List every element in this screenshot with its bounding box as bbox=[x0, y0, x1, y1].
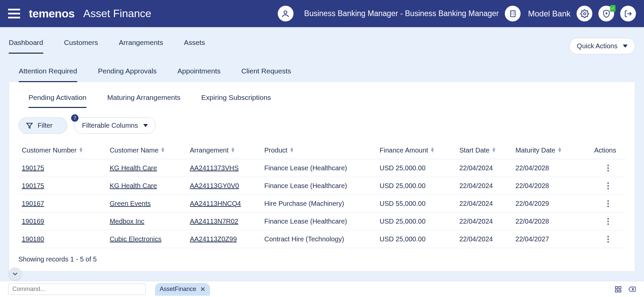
row-actions-icon[interactable]: ⋮ bbox=[604, 217, 612, 226]
customer-number-link[interactable]: 190175 bbox=[22, 164, 44, 172]
cell-arrangement: AA24113GY0V0 bbox=[186, 177, 261, 195]
customer-name-link[interactable]: Medbox Inc bbox=[110, 218, 144, 225]
chevron-down-icon bbox=[623, 45, 628, 48]
cell-customer-number: 190167 bbox=[18, 195, 106, 213]
panel-tabs: Pending ActivationMaturing ArrangementsE… bbox=[18, 94, 626, 108]
hamburger-menu-icon[interactable] bbox=[8, 9, 20, 19]
nav-tab-arrangements[interactable]: Arrangements bbox=[119, 39, 163, 54]
sort-icon[interactable]: ▲▼ bbox=[430, 147, 435, 153]
footer-tab-label: AssetFinance bbox=[160, 286, 196, 293]
arrangement-link[interactable]: AA24113HNCQ4 bbox=[190, 200, 241, 207]
sub-tab-attention-required[interactable]: Attention Required bbox=[19, 67, 77, 82]
cell-start-date: 22/04/2024 bbox=[456, 195, 512, 213]
cell-product: Finance Lease (Healthcare) bbox=[261, 213, 376, 230]
panel-tab-maturing-arrangements[interactable]: Maturing Arrangements bbox=[107, 94, 180, 108]
sort-icon[interactable]: ▲▼ bbox=[557, 147, 562, 153]
cell-arrangement: AA2411373VHS bbox=[186, 159, 261, 177]
row-actions-icon[interactable]: ⋮ bbox=[604, 234, 612, 243]
arrangement-link[interactable]: AA24113Z0Z99 bbox=[190, 235, 237, 243]
customer-name-link[interactable]: Green Events bbox=[110, 200, 151, 207]
filter-button[interactable]: Filter bbox=[18, 117, 67, 134]
nav-tab-dashboard[interactable]: Dashboard bbox=[9, 39, 43, 54]
actions-cell: ⋮ bbox=[581, 213, 626, 230]
arrangement-link[interactable]: AA2411373VHS bbox=[190, 164, 239, 172]
cell-start-date: 22/04/2024 bbox=[456, 213, 512, 230]
row-actions-icon[interactable]: ⋮ bbox=[604, 199, 612, 208]
table-row: 190175KG Health CareAA24113GY0V0Finance … bbox=[18, 177, 626, 195]
svg-rect-19 bbox=[619, 290, 621, 292]
customer-number-link[interactable]: 190175 bbox=[22, 182, 44, 189]
footer-tab-assetfinance[interactable]: AssetFinance ✕ bbox=[155, 283, 210, 296]
svg-rect-18 bbox=[615, 290, 618, 292]
app-title: Asset Finance bbox=[83, 7, 151, 20]
sort-icon[interactable]: ▲▼ bbox=[231, 147, 235, 153]
primary-nav: DashboardCustomersArrangementsAssets Qui… bbox=[9, 27, 635, 54]
nav-tab-customers[interactable]: Customers bbox=[64, 39, 98, 54]
cell-finance-amount: USD 25,000.00 bbox=[376, 159, 456, 177]
column-header[interactable]: Maturity Date▲▼ bbox=[512, 142, 581, 159]
column-header[interactable]: Actions bbox=[581, 142, 626, 159]
cell-maturity-date: 22/04/2028 bbox=[512, 159, 581, 177]
column-header[interactable]: Arrangement▲▼ bbox=[186, 142, 261, 159]
filter-count-badge: 7 bbox=[71, 114, 78, 122]
shield-icon[interactable] bbox=[598, 6, 614, 21]
cell-customer-name: Medbox Inc bbox=[106, 213, 186, 230]
sub-tab-client-requests[interactable]: Client Requests bbox=[241, 67, 291, 82]
sub-tab-appointments[interactable]: Appointments bbox=[177, 67, 220, 82]
close-icon[interactable]: ✕ bbox=[200, 286, 205, 293]
cell-start-date: 22/04/2024 bbox=[456, 230, 512, 248]
customer-number-link[interactable]: 190180 bbox=[22, 235, 44, 243]
customer-name-link[interactable]: KG Health Care bbox=[110, 164, 157, 172]
user-icon[interactable] bbox=[278, 6, 293, 21]
cell-customer-name: KG Health Care bbox=[106, 177, 186, 195]
column-header[interactable]: Customer Number▲▼ bbox=[18, 142, 106, 159]
cell-start-date: 22/04/2024 bbox=[456, 159, 512, 177]
cell-finance-amount: USD 25,000.00 bbox=[376, 177, 456, 195]
clear-icon[interactable] bbox=[628, 286, 636, 293]
column-header[interactable]: Product▲▼ bbox=[261, 142, 376, 159]
cell-product: Finance Lease (Healthcare) bbox=[261, 177, 376, 195]
sort-icon[interactable]: ▲▼ bbox=[161, 147, 165, 153]
sort-icon[interactable]: ▲▼ bbox=[78, 147, 83, 153]
footer-bar: AssetFinance ✕ bbox=[0, 281, 644, 297]
row-actions-icon[interactable]: ⋮ bbox=[604, 163, 612, 172]
column-header[interactable]: Start Date▲▼ bbox=[456, 142, 512, 159]
panel-tab-pending-activation[interactable]: Pending Activation bbox=[29, 94, 87, 108]
table-row: 190175KG Health CareAA2411373VHSFinance … bbox=[18, 159, 626, 177]
sort-icon[interactable]: ▲▼ bbox=[289, 147, 294, 153]
panel-tab-expiring-subscriptions[interactable]: Expiring Subscriptions bbox=[201, 94, 271, 108]
row-actions-icon[interactable]: ⋮ bbox=[604, 181, 612, 190]
bank-name: Model Bank bbox=[528, 9, 571, 18]
filter-label: Filter bbox=[38, 122, 52, 129]
filter-icon bbox=[26, 122, 33, 129]
sub-tab-pending-approvals[interactable]: Pending Approvals bbox=[98, 67, 157, 82]
content-panel: Pending ActivationMaturing ArrangementsE… bbox=[9, 82, 635, 272]
command-input[interactable] bbox=[8, 284, 146, 295]
customer-name-link[interactable]: Cubic Electronics bbox=[110, 235, 162, 243]
expand-chevron-icon[interactable] bbox=[9, 268, 21, 280]
arrangement-link[interactable]: AA24113GY0V0 bbox=[190, 182, 239, 189]
customer-number-link[interactable]: 190167 bbox=[22, 200, 44, 207]
records-summary: Showing records 1 - 5 of 5 bbox=[18, 255, 626, 263]
cell-customer-name: KG Health Care bbox=[106, 159, 186, 177]
column-header[interactable]: Finance Amount▲▼ bbox=[376, 142, 456, 159]
building-icon[interactable] bbox=[505, 6, 521, 21]
svg-rect-17 bbox=[619, 286, 621, 288]
cell-product: Hire Purchase (Machinery) bbox=[261, 195, 376, 213]
cell-arrangement: AA24113HNCQ4 bbox=[186, 195, 261, 213]
svg-rect-0 bbox=[8, 9, 20, 10]
customer-number-link[interactable]: 190169 bbox=[22, 218, 44, 225]
quick-actions-dropdown[interactable]: Quick Actions bbox=[569, 38, 635, 54]
svg-rect-8 bbox=[514, 13, 514, 14]
column-header[interactable]: Customer Name▲▼ bbox=[106, 142, 186, 159]
nav-tab-assets[interactable]: Assets bbox=[184, 39, 205, 54]
grid-icon[interactable] bbox=[614, 286, 622, 293]
settings-gear-icon[interactable] bbox=[577, 6, 592, 21]
logout-icon[interactable] bbox=[620, 6, 636, 21]
cell-customer-name: Green Events bbox=[106, 195, 186, 213]
arrangement-link[interactable]: AA24113N7R02 bbox=[190, 218, 238, 225]
filterable-columns-dropdown[interactable]: 7 Filterable Columns bbox=[74, 117, 156, 134]
customer-name-link[interactable]: KG Health Care bbox=[110, 182, 157, 189]
sort-icon[interactable]: ▲▼ bbox=[491, 147, 496, 153]
brand-logo: temenos bbox=[29, 7, 74, 20]
